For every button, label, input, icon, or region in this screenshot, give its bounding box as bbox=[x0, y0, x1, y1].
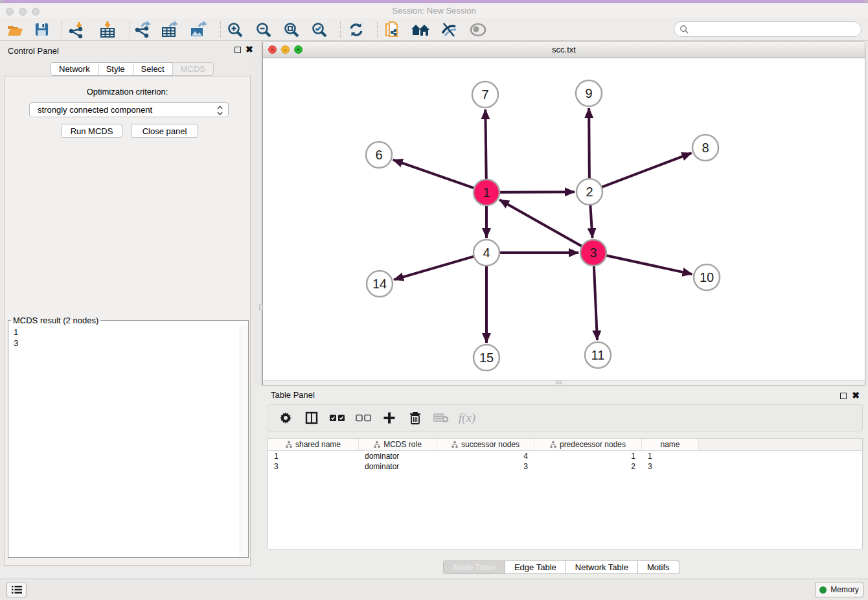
checked-boxes-icon bbox=[330, 414, 345, 422]
edge-1-6[interactable] bbox=[393, 160, 474, 189]
delete-column-button[interactable] bbox=[407, 410, 424, 426]
close-panel-icon[interactable]: ✖ bbox=[246, 44, 253, 54]
column-header-name[interactable]: name bbox=[642, 439, 699, 450]
hide-graphics-details-button[interactable] bbox=[438, 20, 460, 39]
column-header-predecessor-nodes[interactable]: predecessor nodes bbox=[534, 439, 642, 450]
deselect-all-rows-button[interactable] bbox=[355, 410, 372, 426]
table-toolbar: f(x) bbox=[268, 404, 863, 432]
cell-shared-name[interactable]: 1 bbox=[268, 451, 359, 461]
close-table-panel-icon[interactable]: ✖ bbox=[852, 390, 860, 400]
mcds-result-title: MCDS result (2 nodes) bbox=[11, 316, 100, 325]
application-window: Session: New Session bbox=[0, 0, 868, 600]
toolbar-separator bbox=[220, 21, 221, 38]
cell-name[interactable]: 3 bbox=[642, 461, 699, 472]
optimization-criterion-select[interactable]: strongly connected component bbox=[29, 102, 229, 117]
edge-2-9[interactable] bbox=[589, 108, 589, 179]
cell-name[interactable]: 1 bbox=[642, 451, 699, 461]
cell-MCDS-role[interactable]: dominator bbox=[359, 451, 437, 461]
optimization-criterion-value: strongly connected component bbox=[38, 105, 152, 115]
export-table-button[interactable] bbox=[159, 20, 181, 39]
zoom-fit-button[interactable] bbox=[280, 20, 303, 39]
search-icon bbox=[680, 25, 689, 34]
edge-4-14[interactable] bbox=[394, 257, 474, 280]
memory-status-dot bbox=[819, 586, 827, 594]
toolbar-separator bbox=[62, 21, 62, 38]
export-image-button[interactable] bbox=[187, 20, 209, 39]
network-canvas[interactable]: 7968124310141511 bbox=[263, 58, 865, 380]
export-network-button[interactable] bbox=[131, 20, 154, 39]
two-houses-icon bbox=[411, 22, 430, 38]
zoom-out-button[interactable] bbox=[253, 20, 275, 39]
zoom-selected-button[interactable] bbox=[308, 20, 330, 39]
edge-1-2[interactable] bbox=[499, 192, 575, 192]
tab-mcds[interactable]: MCDS bbox=[172, 62, 214, 76]
edge-3-10[interactable] bbox=[606, 255, 692, 274]
first-neighbors-button[interactable] bbox=[409, 20, 431, 39]
list-icon bbox=[12, 585, 22, 594]
zoom-out-icon bbox=[255, 21, 272, 38]
clone-network-button[interactable] bbox=[382, 20, 404, 39]
import-table-button[interactable] bbox=[97, 20, 119, 39]
edge-3-1[interactable] bbox=[499, 200, 582, 246]
tab-select[interactable]: Select bbox=[133, 62, 173, 76]
delete-table-button[interactable] bbox=[433, 410, 450, 426]
mcds-result-box: MCDS result (2 nodes) 1 3 bbox=[8, 316, 249, 558]
cell-MCDS-role[interactable]: dominator bbox=[359, 461, 437, 472]
table-row[interactable]: 3dominator323 bbox=[268, 461, 862, 472]
cell-successor-nodes[interactable]: 4 bbox=[437, 451, 534, 461]
select-stepper-icon bbox=[216, 105, 223, 116]
show-graphics-details-button[interactable] bbox=[467, 20, 489, 39]
node-label: 8 bbox=[702, 141, 709, 155]
column-header-shared-name[interactable]: shared name bbox=[268, 439, 359, 450]
node-table[interactable]: shared nameMCDS rolesuccessor nodesprede… bbox=[268, 438, 863, 549]
tab-edge-table[interactable]: Edge Table bbox=[505, 560, 566, 574]
float-panel-icon[interactable] bbox=[234, 47, 241, 53]
table-header-row: shared nameMCDS rolesuccessor nodesprede… bbox=[268, 439, 862, 451]
network-window-titlebar[interactable]: × − + scc.txt bbox=[263, 41, 865, 58]
cell-successor-nodes[interactable]: 3 bbox=[437, 461, 534, 472]
open-folder-icon bbox=[6, 22, 23, 38]
mcds-result-textarea[interactable]: 1 3 bbox=[8, 325, 248, 557]
cell-predecessor-nodes[interactable]: 1 bbox=[534, 451, 642, 461]
select-all-rows-button[interactable] bbox=[329, 410, 346, 426]
run-mcds-button[interactable]: Run MCDS bbox=[61, 124, 122, 138]
tab-network-table[interactable]: Network Table bbox=[566, 560, 638, 574]
float-table-panel-icon[interactable] bbox=[840, 393, 847, 399]
import-network-icon bbox=[67, 21, 86, 39]
tab-motifs[interactable]: Motifs bbox=[638, 560, 680, 574]
cell-predecessor-nodes[interactable]: 2 bbox=[534, 461, 642, 472]
toolbar-separator bbox=[130, 21, 130, 38]
column-header-MCDS-role[interactable]: MCDS role bbox=[359, 439, 437, 450]
edge-2-3[interactable] bbox=[590, 205, 592, 238]
import-network-button[interactable] bbox=[65, 20, 87, 39]
refresh-button[interactable] bbox=[345, 20, 367, 39]
split-grabber-horizontal[interactable] bbox=[556, 380, 562, 384]
task-history-button[interactable] bbox=[6, 582, 27, 597]
save-session-button[interactable] bbox=[30, 20, 52, 39]
add-column-button[interactable] bbox=[381, 410, 398, 426]
tab-node-table[interactable]: Node Table bbox=[443, 560, 505, 574]
edge-1-7[interactable] bbox=[485, 110, 486, 179]
tab-network[interactable]: Network bbox=[51, 62, 98, 76]
tab-style[interactable]: Style bbox=[98, 62, 133, 76]
search-input[interactable] bbox=[674, 21, 862, 37]
edge-2-8[interactable] bbox=[602, 153, 692, 187]
table-settings-button[interactable] bbox=[277, 410, 294, 426]
delete-table-icon bbox=[433, 413, 449, 423]
show-column-button[interactable] bbox=[303, 410, 320, 426]
node-label: 2 bbox=[586, 185, 593, 199]
edge-3-11[interactable] bbox=[594, 266, 597, 340]
workspace-area: × − + scc.txt 7968124310141511 Table Pan… bbox=[255, 41, 868, 579]
column-header-successor-nodes[interactable]: successor nodes bbox=[437, 439, 534, 450]
zoom-in-button[interactable] bbox=[224, 20, 246, 39]
function-builder-button[interactable]: f(x) bbox=[459, 410, 475, 426]
control-panel-title: Control Panel bbox=[8, 46, 59, 56]
close-panel-button[interactable]: Close panel bbox=[131, 124, 198, 138]
open-session-button[interactable] bbox=[4, 20, 26, 39]
result-scrollbar[interactable] bbox=[240, 325, 248, 557]
node-label: 1 bbox=[483, 185, 490, 200]
memory-button[interactable]: Memory bbox=[815, 582, 863, 597]
columns-icon bbox=[305, 411, 318, 424]
cell-shared-name[interactable]: 3 bbox=[268, 461, 359, 472]
table-row[interactable]: 1dominator411 bbox=[268, 451, 862, 461]
